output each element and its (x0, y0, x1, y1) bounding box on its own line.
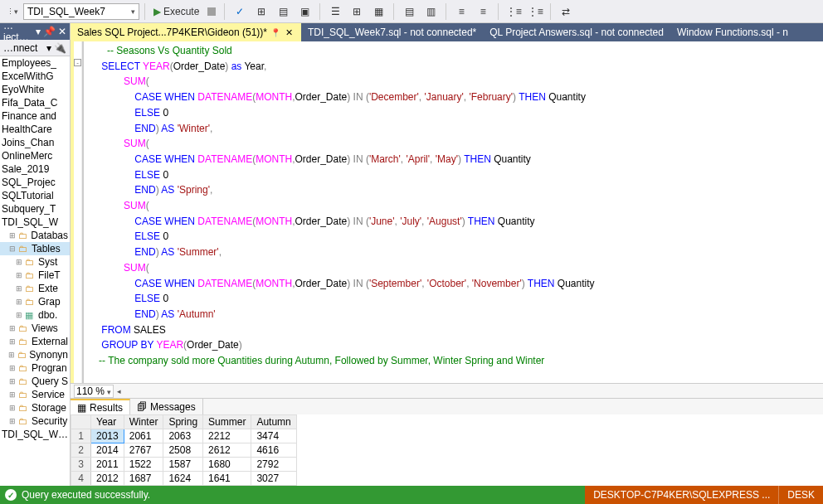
cell[interactable]: 2012 (91, 472, 124, 486)
expand-icon[interactable]: ⊞ (8, 351, 16, 359)
cell[interactable]: 2011 (91, 458, 124, 472)
zoom-selector[interactable]: 110 % ▾ (74, 385, 114, 398)
results-file-button[interactable]: ▦ (368, 3, 388, 20)
tree-item[interactable]: ⊞🗀Syst (0, 255, 70, 269)
tree-item[interactable]: ⊞🗀Exte (0, 282, 70, 295)
expand-icon[interactable]: ⊞ (8, 417, 17, 425)
tree-item[interactable]: HealthCare (0, 123, 70, 136)
cell[interactable]: 1522 (124, 458, 163, 472)
parse-button[interactable]: ✓ (230, 3, 250, 20)
scroll-left-icon[interactable]: ◂ (117, 387, 121, 395)
comment-button[interactable]: ▤ (399, 3, 419, 20)
fold-icon[interactable]: - (74, 59, 81, 66)
cell[interactable]: 1587 (163, 458, 203, 472)
cell[interactable]: 1641 (203, 472, 251, 486)
expand-icon[interactable]: ⊞ (15, 271, 23, 279)
expand-icon[interactable]: ⊞ (15, 298, 23, 306)
expand-icon[interactable]: ⊞ (8, 324, 17, 332)
tree-item[interactable]: Fifa_Data_C (0, 96, 70, 109)
specify-values-button[interactable]: ⋮≡ (504, 3, 524, 20)
column-header[interactable]: Winter (124, 415, 163, 429)
document-tab[interactable]: TDI_SQL_Week7.sql - not connected* (301, 23, 483, 41)
document-tab[interactable]: Sales SQL Project...7P4KER\Gideon (51))*… (71, 23, 301, 41)
tree-item[interactable]: ⊞🗀Grap (0, 295, 70, 308)
column-header[interactable]: Spring (163, 415, 203, 429)
tree-item[interactable]: ⊟🗀Tables (0, 242, 70, 255)
tree-item[interactable]: ⊞🗀Service (0, 388, 70, 401)
outdent-button[interactable]: ≡ (473, 3, 493, 20)
table-row[interactable]: 120132061206322123474 (71, 429, 297, 443)
document-tab[interactable]: Window Functions.sql - n (670, 23, 795, 41)
cell[interactable]: 3474 (251, 429, 296, 443)
tree-item[interactable]: ⊞🗀Views (0, 322, 70, 335)
expand-icon[interactable]: ⊞ (8, 231, 17, 240)
cell[interactable]: 2063 (163, 429, 203, 443)
display-plan-button[interactable]: ⊞ (251, 3, 271, 20)
sql-editor[interactable]: -- Seasons Vs Quantity Sold SELECT YEAR(… (82, 41, 823, 383)
column-header[interactable] (71, 415, 91, 429)
tree-item[interactable]: ⊞🗀Databas (0, 229, 70, 242)
connect-dropdown-icon[interactable]: ▾ 🔌 (46, 42, 66, 54)
pin-icon[interactable]: 📌 (43, 26, 56, 37)
table-row[interactable]: 320111522158716802792 (71, 458, 297, 472)
tree-item[interactable]: ⊞🗀FileT (0, 269, 70, 282)
expand-icon[interactable]: ⊞ (8, 404, 17, 412)
cell[interactable]: 1624 (163, 472, 203, 486)
results-text-button[interactable]: ☰ (325, 3, 345, 20)
close-icon[interactable]: ✕ (58, 26, 66, 37)
cell[interactable]: 2767 (124, 443, 163, 458)
expand-icon[interactable]: ⊞ (8, 337, 17, 346)
cell[interactable]: 2061 (124, 429, 163, 443)
cell[interactable]: 2013 (91, 429, 124, 443)
column-header[interactable]: Summer (203, 415, 251, 429)
tree-item[interactable]: ⊞🗀Progran (0, 361, 70, 375)
cell[interactable]: 2508 (163, 443, 203, 458)
document-tab[interactable]: QL Project Answers.sql - not connected (483, 23, 670, 41)
tree-item[interactable]: EyoWhite (0, 83, 70, 96)
surround-button[interactable]: ⋮≡ (525, 3, 545, 20)
tree-item[interactable]: ⊞🗀External (0, 335, 70, 348)
tree-item[interactable]: SQLTutorial (0, 189, 70, 202)
expand-icon[interactable]: ⊟ (8, 245, 17, 253)
tree-item[interactable]: Finance and (0, 109, 70, 123)
tree-item[interactable]: Employees_ (0, 56, 70, 70)
row-number[interactable]: 2 (71, 443, 91, 458)
expand-icon[interactable]: ⊞ (15, 311, 23, 319)
results-grid[interactable]: YearWinterSpringSummerAutumn120132061206… (71, 414, 823, 486)
row-number[interactable]: 1 (71, 429, 91, 443)
expand-icon[interactable]: ⊞ (8, 377, 17, 385)
tree-item[interactable]: ExcelWithG (0, 70, 70, 83)
more-button[interactable]: ⇄ (556, 3, 576, 20)
query-options-button[interactable]: ▤ (273, 3, 293, 20)
results-grid-button[interactable]: ⊞ (347, 3, 367, 20)
tree-item[interactable]: TDI_SQL_W (0, 216, 70, 229)
table-row[interactable]: 420121687162416413027 (71, 472, 297, 486)
uncomment-button[interactable]: ▥ (421, 3, 441, 20)
row-number[interactable]: 3 (71, 458, 91, 472)
expand-icon[interactable]: ⊞ (15, 258, 23, 266)
cell[interactable]: 1687 (124, 472, 163, 486)
panel-dropdown-icon[interactable]: ▾ (36, 26, 41, 37)
tree-item[interactable]: ⊞▦dbo. (0, 308, 70, 322)
cell[interactable]: 4616 (251, 443, 296, 458)
table-row[interactable]: 220142767250826124616 (71, 443, 297, 458)
cell[interactable]: 2014 (91, 443, 124, 458)
column-header[interactable]: Autumn (251, 415, 296, 429)
intellisense-button[interactable]: ▣ (295, 3, 314, 20)
database-selector[interactable]: TDI_SQL_Week7 ▾ (23, 3, 139, 20)
tree-item[interactable]: ⊞🗀Query S (0, 375, 70, 388)
nav-dropdown-icon[interactable]: ⋮▾ (3, 3, 22, 20)
results-tab[interactable]: ▦ Results (71, 399, 130, 415)
expand-icon[interactable]: ⊞ (8, 390, 17, 399)
expand-icon[interactable]: ⊞ (15, 284, 23, 293)
cell[interactable]: 3027 (251, 472, 296, 486)
tree-item[interactable]: ⊞🗀Security (0, 414, 70, 428)
tree-item[interactable]: ⊞🗀Storage (0, 401, 70, 414)
tree-item[interactable]: ⊞🗀Synonyn (0, 348, 70, 361)
tree-item[interactable]: TDI_SQL_W… (0, 428, 70, 441)
cell[interactable]: 2792 (251, 458, 296, 472)
column-header[interactable]: Year (91, 415, 124, 429)
tree-item[interactable]: SQL_Projec (0, 176, 70, 189)
stop-button[interactable] (204, 3, 219, 20)
cell[interactable]: 1680 (203, 458, 251, 472)
